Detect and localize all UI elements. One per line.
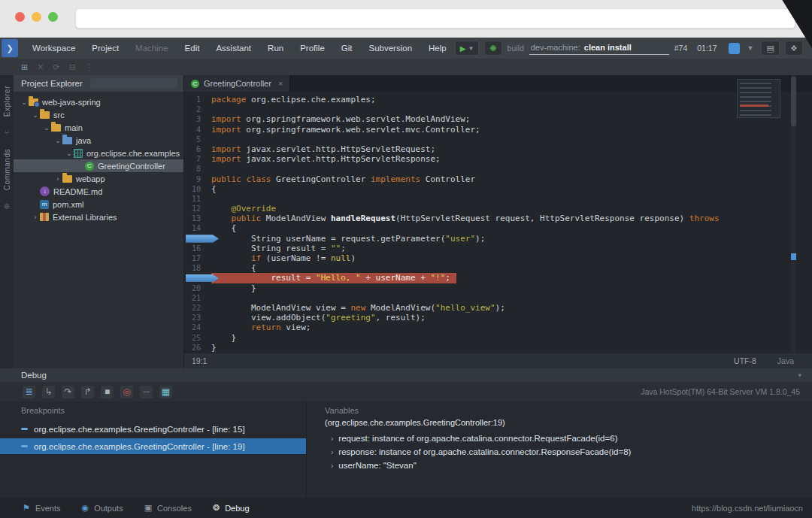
menu-item-subversion[interactable]: Subversion <box>361 44 421 53</box>
tab-explorer[interactable]: Explorer <box>3 86 11 117</box>
tab-commands[interactable]: Commands <box>3 149 11 190</box>
breakpoint-arrow-icon[interactable] <box>186 274 219 283</box>
tree-caret-icon[interactable]: ⌄ <box>20 98 29 106</box>
chevron-down-icon: ▼ <box>468 45 474 52</box>
tree-item-src[interactable]: ⌄src <box>14 108 183 121</box>
tree-item-web-java-spring[interactable]: ⌄web-java-spring <box>14 95 183 108</box>
processes-icon[interactable]: ❊ <box>4 202 10 211</box>
menu-item-profile[interactable]: Profile <box>292 44 333 53</box>
tree-item-main[interactable]: ⌄main <box>14 121 183 134</box>
line-number: 6 <box>184 144 211 154</box>
step-over-icon[interactable]: ↷ <box>62 386 74 398</box>
tree-caret-icon[interactable]: › <box>31 214 40 221</box>
collapse-icon[interactable]: ⊟ <box>69 62 76 72</box>
folder-icon <box>40 111 50 119</box>
minimap[interactable] <box>737 79 780 118</box>
editor-scrollbar[interactable] <box>791 75 796 368</box>
code-line: 7import javax.servlet.http.HttpServletRe… <box>184 154 812 164</box>
collapse-panel-icon[interactable]: ▾ <box>798 371 801 379</box>
tree-caret-icon[interactable]: ⌄ <box>42 124 51 132</box>
menu-item-run[interactable]: Run <box>259 44 292 53</box>
tab-debug[interactable]: ❂Debug <box>213 503 250 513</box>
step-out-icon[interactable]: ↱ <box>81 386 94 398</box>
address-bar[interactable] <box>75 8 795 29</box>
breakpoint-row[interactable]: org.eclipse.che.examples.GreetingControl… <box>0 438 306 454</box>
chevron-down-icon[interactable]: ▼ <box>745 44 756 52</box>
che-logo-icon[interactable]: ❯ <box>2 39 18 57</box>
tree-item-pom-xml[interactable]: mpom.xml <box>14 198 183 211</box>
menu-item-help[interactable]: Help <box>420 44 455 53</box>
stop-icon[interactable]: ■ <box>101 386 114 398</box>
scrollbar-thumb[interactable] <box>791 77 796 126</box>
tree-item-greetingcontroller[interactable]: CGreetingController <box>14 159 183 172</box>
close-icon[interactable]: × <box>278 79 283 88</box>
close-window-button[interactable] <box>15 12 25 22</box>
tree-item-java[interactable]: ⌄java <box>14 134 183 147</box>
code-line: 22 ModelAndView view = new ModelAndView(… <box>184 303 812 313</box>
tree-item-external-libraries[interactable]: ›External Libraries <box>14 211 183 223</box>
tree-caret-icon[interactable]: › <box>53 175 62 183</box>
tree-item-org-eclipse-che-examples[interactable]: ⌄org.eclipse.che.examples <box>14 147 183 159</box>
git-branch-icon[interactable]: ⑂ <box>5 129 9 137</box>
variable-row[interactable]: ›request: instance of org.apache.catalin… <box>325 432 812 445</box>
variable-row[interactable]: ›userName: "Stevan" <box>325 459 812 472</box>
vm-label: Java HotSpot(TM) 64-Bit Server VM 1.8.0_… <box>641 387 812 396</box>
tab-consoles[interactable]: ▣Consoles <box>144 503 192 513</box>
run-button[interactable]: ▶ ▼ <box>455 41 480 56</box>
minimize-window-button[interactable] <box>32 12 41 22</box>
tree-item-label: README.md <box>53 187 102 196</box>
variable-row[interactable]: ›response: instance of org.apache.catali… <box>325 445 812 459</box>
command-selector[interactable]: dev-machine: clean install <box>529 41 669 55</box>
tab-greetingcontroller[interactable]: C GreetingController × <box>184 75 290 92</box>
line-number: 23 <box>184 313 211 323</box>
perspective-switch-button[interactable]: ❖ <box>785 41 803 56</box>
code-line: 11 <box>184 194 812 204</box>
code-text: { <box>211 263 256 273</box>
step-into-icon[interactable]: ↳ <box>42 386 55 398</box>
code-line: 12 @Override <box>184 204 812 214</box>
evaluate-expression-icon[interactable]: ▦ <box>159 386 172 398</box>
stop-process-button[interactable] <box>729 43 740 54</box>
tree-caret-icon[interactable]: ⌄ <box>53 137 62 144</box>
menu-item-machine[interactable]: Machine <box>127 44 176 53</box>
tab-events[interactable]: ⚑Events <box>23 503 61 513</box>
perspective-switch-icon: ❖ <box>790 44 798 53</box>
menu-item-git[interactable]: Git <box>333 44 361 53</box>
line-number: 14 <box>184 223 211 233</box>
mute-breakpoints-icon[interactable]: ═ <box>140 386 153 398</box>
line-number: 18 <box>184 263 211 273</box>
zoom-window-button[interactable] <box>48 12 58 22</box>
code-area[interactable]: 1package org.eclipse.che.examples;23impo… <box>184 92 812 353</box>
breakpoint-row[interactable]: org.eclipse.che.examples.GreetingControl… <box>0 421 306 437</box>
tree-item-readme-md[interactable]: ↓README.md <box>14 185 183 198</box>
menu-item-edit[interactable]: Edit <box>177 44 208 53</box>
close-icon[interactable]: ✕ <box>37 62 44 72</box>
code-text: { <box>211 223 236 233</box>
debug-button[interactable]: ❋ <box>484 41 501 56</box>
quick-icon-row: ⊞✕⟳⊟⋮ <box>0 59 812 75</box>
menu-item-project[interactable]: Project <box>83 44 127 53</box>
chevron-right-icon[interactable]: › <box>331 435 333 443</box>
disconnect-icon[interactable]: ◎ <box>120 386 133 398</box>
debug-panel-header[interactable]: Debug ▾ <box>0 368 812 382</box>
debug-run-icon: ❋ <box>489 44 496 53</box>
tree-item-webapp[interactable]: ›webapp <box>14 172 183 185</box>
menu-item-workspace[interactable]: Workspace <box>24 44 83 53</box>
refresh-icon[interactable]: ⟳ <box>53 62 59 72</box>
tree-item-label: pom.xml <box>53 200 84 209</box>
menu-item-assistant[interactable]: Assistant <box>208 44 259 53</box>
tree-item-label: webapp <box>76 174 105 183</box>
tree-item-label: External Libraries <box>53 213 117 222</box>
resume-icon[interactable]: ≣ <box>23 386 35 398</box>
breakpoint-arrow-icon[interactable] <box>186 235 219 243</box>
keyboard-shortcuts-button[interactable]: ▤ <box>761 41 779 56</box>
tab-outputs[interactable]: ◉Outputs <box>82 503 123 513</box>
more-icon[interactable]: ⋮ <box>85 62 93 72</box>
tree-caret-icon[interactable]: ⌄ <box>31 111 40 119</box>
tree-caret-icon[interactable]: ⌄ <box>65 150 74 157</box>
tab-label: Events <box>35 504 61 513</box>
chevron-right-icon[interactable]: › <box>331 462 333 470</box>
open-project-icon[interactable]: ⊞ <box>21 62 28 72</box>
scrollbar-current-line-marker[interactable] <box>791 253 796 260</box>
chevron-right-icon[interactable]: › <box>331 448 333 456</box>
